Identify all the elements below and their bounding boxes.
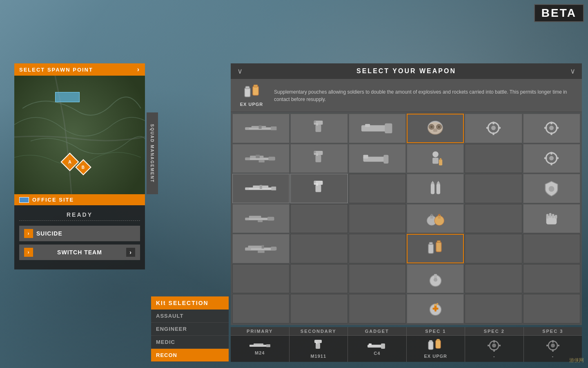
loadout-secondary-label: M1911 xyxy=(310,354,326,359)
loadout-gadget-icon xyxy=(367,342,387,350)
switch-team-button[interactable]: › SWITCH TEAM › xyxy=(19,245,140,260)
grid-cell-r1c2[interactable] xyxy=(290,114,347,143)
svg-rect-96 xyxy=(429,242,433,244)
grid-cell-r6c2[interactable] xyxy=(290,264,347,294)
svg-rect-94 xyxy=(428,244,434,253)
grid-cell-r1c1[interactable] xyxy=(232,114,290,143)
collapse-left-icon[interactable]: ∨ xyxy=(237,67,243,76)
svg-rect-95 xyxy=(436,242,441,251)
svg-rect-121 xyxy=(493,340,495,343)
loadout-spec1-content[interactable]: EX UPGR xyxy=(407,336,465,362)
gadget-1-icon xyxy=(360,120,394,137)
svg-point-24 xyxy=(491,126,496,130)
grid-cell-r6c4[interactable] xyxy=(407,264,464,294)
svg-rect-42 xyxy=(316,155,321,162)
grid-cell-r7c6[interactable] xyxy=(523,294,580,323)
svg-point-53 xyxy=(549,156,554,160)
grid-cell-r7c4[interactable] xyxy=(407,294,464,323)
loadout-spec1-icon xyxy=(427,339,445,353)
grid-cell-r4c5[interactable] xyxy=(465,204,522,233)
grid-cell-r6c1[interactable] xyxy=(232,264,290,294)
grid-cell-r6c5[interactable] xyxy=(465,264,522,294)
svg-rect-130 xyxy=(557,345,559,346)
svg-rect-8 xyxy=(258,126,261,129)
svg-rect-67 xyxy=(431,184,434,194)
grid-cell-r4c1[interactable] xyxy=(232,204,290,233)
grid-cell-r5c6[interactable] xyxy=(523,234,580,263)
grid-cell-r7c2[interactable] xyxy=(290,294,347,323)
svg-rect-79 xyxy=(431,214,433,216)
kit-recon[interactable]: RECON xyxy=(151,349,229,362)
grid-cell-r1c4[interactable] xyxy=(407,114,464,143)
squad-management-tab[interactable]: SQUAD MANAGEMENT xyxy=(147,112,158,194)
grid-cell-r2c3[interactable] xyxy=(349,144,406,173)
kit-assault[interactable]: ASSAULT xyxy=(151,310,229,323)
weapon-panel-header: ∨ SELECT YOUR WEAPON ∨ xyxy=(231,63,582,79)
grid-cell-r3c1[interactable] xyxy=(232,174,290,203)
grid-cell-r4c3[interactable] xyxy=(349,204,406,233)
loadout-primary-icon xyxy=(249,342,271,350)
svg-rect-46 xyxy=(384,155,389,163)
loadout-columns: PRIMARY M24 SECONDARY M1911 xyxy=(231,327,582,362)
grid-cell-r4c2[interactable] xyxy=(290,204,347,233)
grid-cell-r7c3[interactable] xyxy=(349,294,406,323)
grid-cell-r3c6[interactable] xyxy=(523,174,580,203)
grid-cell-r1c5[interactable] xyxy=(465,114,522,143)
loadout-spec2-content[interactable]: - xyxy=(465,336,523,362)
map-area[interactable]: A B xyxy=(14,76,145,194)
grid-cell-r2c4[interactable] xyxy=(407,144,464,173)
svg-rect-109 xyxy=(314,340,322,343)
loadout-secondary-content[interactable]: M1911 xyxy=(290,336,348,362)
svg-rect-50 xyxy=(439,159,442,165)
loadout-gadget-content[interactable]: C4 xyxy=(348,336,406,362)
svg-rect-117 xyxy=(429,340,432,342)
grid-cell-r2c2[interactable] xyxy=(290,144,347,173)
grid-cell-r4c6[interactable] xyxy=(523,204,580,233)
loadout-primary-content[interactable]: M24 xyxy=(231,336,289,362)
grid-cell-r5c1[interactable] xyxy=(232,234,290,263)
grid-cell-r1c6[interactable] xyxy=(523,114,580,143)
grid-cell-r3c3[interactable] xyxy=(349,174,406,203)
svg-rect-97 xyxy=(437,240,441,242)
grid-cell-r5c3[interactable] xyxy=(349,234,406,263)
grid-cell-r3c4[interactable] xyxy=(407,174,464,203)
collapse-right-icon[interactable]: ∨ xyxy=(570,67,575,76)
loadout-secondary-icon xyxy=(314,339,323,353)
svg-rect-28 xyxy=(498,127,501,128)
grid-cell-r5c5[interactable] xyxy=(465,234,522,263)
pistol-1-icon xyxy=(302,120,336,137)
beta-badge: BETA xyxy=(534,4,584,22)
loadout-spec3-icon xyxy=(545,339,561,353)
grid-cell-r5c4-selected[interactable] xyxy=(407,234,464,263)
grid-cell-r2c1[interactable] xyxy=(232,144,290,173)
grid-cell-r7c1[interactable] xyxy=(232,294,290,323)
spawn-expand-icon[interactable]: › xyxy=(137,66,140,73)
grid-cell-r2c6[interactable] xyxy=(523,144,580,173)
svg-rect-60 xyxy=(271,186,276,190)
kit-engineer[interactable]: ENGINEER xyxy=(151,323,229,336)
suicide-button[interactable]: › SUICIDE xyxy=(19,226,140,241)
svg-rect-7 xyxy=(245,128,249,130)
svg-rect-74 xyxy=(267,217,274,220)
squad-tab-label: SQUAD MANAGEMENT xyxy=(150,124,155,183)
loadout-gadget-header: GADGET xyxy=(348,327,406,336)
grid-cell-r6c6[interactable] xyxy=(523,264,580,294)
grid-cell-r5c2[interactable] xyxy=(290,234,347,263)
grid-cell-r6c3[interactable] xyxy=(349,264,406,294)
grid-cell-r3c5[interactable] xyxy=(465,174,522,203)
loadout-spec3-header: SPEC 3 xyxy=(524,327,582,336)
svg-rect-31 xyxy=(551,121,552,124)
svg-rect-43 xyxy=(316,153,318,155)
grid-cell-r1c3[interactable] xyxy=(349,114,406,143)
gasmask-1-icon xyxy=(419,120,452,137)
spawn-header[interactable]: SELECT SPAWN POINT › xyxy=(14,63,145,76)
grid-cell-r3c2[interactable] xyxy=(290,174,347,203)
grid-cell-r4c4[interactable] xyxy=(407,204,464,233)
switch-team-label: SWITCH TEAM xyxy=(57,249,102,256)
svg-rect-111 xyxy=(316,342,317,344)
grid-cell-r2c5[interactable] xyxy=(465,144,522,173)
kit-medic[interactable]: MEDIC xyxy=(151,336,229,349)
loadout-primary: PRIMARY M24 xyxy=(231,327,290,362)
svg-rect-14 xyxy=(385,123,392,133)
grid-cell-r7c5[interactable] xyxy=(465,294,522,323)
